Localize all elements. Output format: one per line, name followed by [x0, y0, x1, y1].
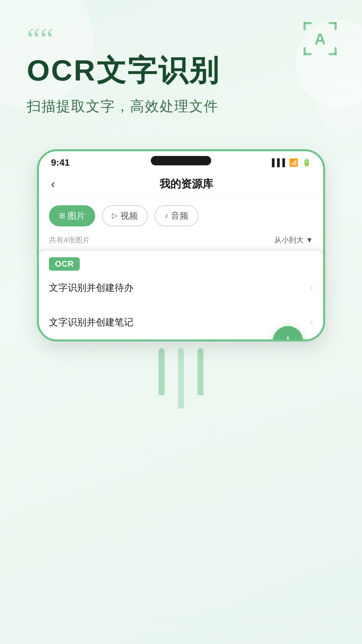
wifi-icon: 📶 [289, 158, 298, 167]
ocr-todo-text: 文字识别并创建待办 [49, 281, 133, 294]
quote-mark: ““ [27, 27, 335, 51]
status-icons: ▐▐▐ 📶 🔋 [269, 158, 311, 167]
sort-button[interactable]: 从小到大 ▼ [274, 235, 313, 245]
header-area: ““ OCR文字识别 扫描提取文字，高效处理文件 [0, 0, 362, 129]
status-time: 9:41 [51, 157, 70, 168]
ocr-bottom-sheet: OCR 文字识别并创建待办 › 文字识别并创建笔记 › [39, 251, 323, 339]
back-button[interactable]: ‹ [51, 177, 55, 191]
phone-mockup: 9:41 ▐▐▐ 📶 🔋 ‹ 我的资源库 ⊞ 图片 ▷ 视频 ♪ [37, 149, 325, 341]
phone-nav: ‹ 我的资源库 [39, 171, 323, 197]
ocr-menu-todo[interactable]: 文字识别并创建待办 › [39, 271, 323, 305]
svg-rect-7 [335, 47, 337, 55]
video-tab-icon: ▷ [112, 211, 118, 220]
signal-icon: ▐▐▐ [269, 158, 285, 167]
dynamic-island [151, 156, 211, 165]
tab-filters: ⊞ 图片 ▷ 视频 ♪ 音频 [39, 197, 323, 232]
bottom-bar-3 [197, 348, 203, 395]
svg-rect-3 [335, 22, 337, 30]
svg-rect-5 [304, 47, 306, 55]
note-chevron-icon: › [310, 317, 313, 327]
file-info-bar: 共有4张图片 从小到大 ▼ [39, 232, 323, 250]
fab-plus-icon: + [283, 332, 293, 341]
file-count: 共有4张图片 [49, 235, 90, 245]
todo-chevron-icon: › [310, 282, 313, 293]
main-title: OCR文字识别 [27, 54, 335, 87]
battery-icon: 🔋 [302, 158, 311, 167]
tab-audio-label: 音频 [171, 210, 188, 222]
nav-title: 我的资源库 [62, 177, 311, 192]
bottom-bar-1 [159, 348, 165, 395]
tab-audio[interactable]: ♪ 音频 [155, 205, 198, 226]
sort-label: 从小到大 [274, 235, 304, 245]
ocr-sheet-label: OCR [49, 257, 80, 271]
svg-text:A: A [314, 30, 325, 48]
subtitle: 扫描提取文字，高效处理文件 [27, 97, 335, 116]
tab-video-label: 视频 [120, 210, 138, 222]
bottom-bar-2 [178, 348, 184, 409]
phone-frame: 9:41 ▐▐▐ 📶 🔋 ‹ 我的资源库 ⊞ 图片 ▷ 视频 ♪ [37, 149, 325, 341]
ocr-sheet-header: OCR [39, 251, 323, 271]
tab-video[interactable]: ▷ 视频 [102, 205, 148, 226]
audio-tab-icon: ♪ [165, 211, 168, 220]
tab-images-label: 图片 [68, 210, 85, 222]
bottom-area [0, 341, 362, 409]
image-tab-icon: ⊞ [59, 211, 65, 220]
tab-images[interactable]: ⊞ 图片 [49, 205, 95, 226]
sort-chevron-icon: ▼ [306, 236, 313, 245]
bottom-bars [0, 348, 362, 409]
ocr-icon-top: A [302, 20, 339, 57]
svg-rect-1 [304, 22, 306, 30]
ocr-note-text: 文字识别并创建笔记 [49, 316, 133, 329]
